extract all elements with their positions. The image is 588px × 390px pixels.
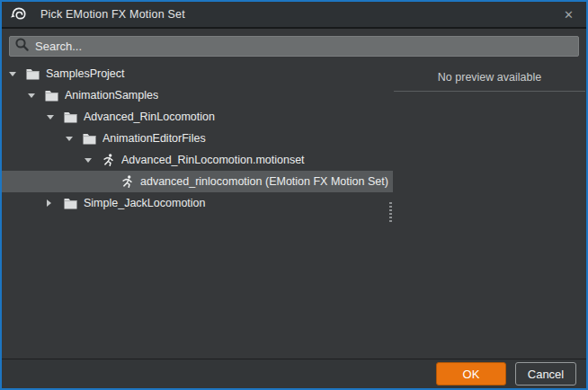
folder-icon bbox=[63, 196, 77, 210]
tree-item-label: SamplesProject bbox=[46, 67, 125, 80]
expand-arrow-icon[interactable] bbox=[47, 199, 63, 207]
dialog-content: SamplesProject AnimationSamples bbox=[2, 63, 586, 359]
folder-icon bbox=[44, 88, 58, 102]
search-row bbox=[2, 29, 586, 63]
expand-arrow-icon[interactable] bbox=[9, 72, 25, 76]
tree-item[interactable]: advanced_rinlocomotion (EMotion FX Motio… bbox=[2, 171, 393, 192]
ok-button[interactable]: OK bbox=[436, 362, 506, 386]
tree-item[interactable]: Simple_JackLocomotion bbox=[2, 192, 393, 214]
pick-motion-set-dialog: Pick EMotion FX Motion Set ✕ bbox=[0, 0, 588, 390]
tree-item[interactable]: AnimationSamples bbox=[2, 84, 393, 106]
tree-item[interactable]: AnimationEditorFiles bbox=[2, 128, 393, 149]
tree-item-label: advanced_rinlocomotion (EMotion FX Motio… bbox=[140, 175, 388, 188]
tree-item-label: AnimationEditorFiles bbox=[102, 132, 206, 145]
expand-arrow-icon[interactable] bbox=[28, 93, 44, 98]
folder-icon bbox=[82, 131, 96, 146]
tree-item-label: Advanced_RinLocomotion bbox=[84, 111, 215, 123]
preview-divider bbox=[394, 91, 585, 92]
folder-icon bbox=[25, 66, 40, 81]
no-preview-label: No preview available bbox=[394, 69, 585, 91]
tree-item-label: Simple_JackLocomotion bbox=[84, 197, 206, 209]
tree-item[interactable]: Advanced_RinLocomotion bbox=[2, 106, 393, 128]
expand-arrow-icon[interactable] bbox=[66, 137, 82, 141]
motion-set-icon bbox=[101, 153, 115, 167]
cancel-button[interactable]: Cancel bbox=[515, 362, 576, 386]
tree-item[interactable]: Advanced_RinLocomotion.motionset bbox=[2, 149, 393, 171]
motion-set-icon bbox=[120, 174, 134, 189]
search-input[interactable] bbox=[33, 38, 575, 56]
footer-bar: OK Cancel bbox=[2, 359, 586, 388]
search-icon bbox=[14, 37, 33, 56]
preview-panel: No preview available bbox=[393, 63, 586, 359]
search-box[interactable] bbox=[9, 36, 579, 57]
folder-icon bbox=[63, 110, 77, 124]
asset-tree: SamplesProject AnimationSamples bbox=[2, 63, 393, 359]
close-icon[interactable]: ✕ bbox=[560, 7, 577, 22]
expand-arrow-icon[interactable] bbox=[47, 115, 63, 120]
tree-item-label: Advanced_RinLocomotion.motionset bbox=[121, 154, 305, 166]
lumberyard-logo-icon bbox=[8, 4, 30, 25]
title-bar: Pick EMotion FX Motion Set ✕ bbox=[2, 2, 586, 29]
expand-arrow-icon[interactable] bbox=[85, 158, 101, 163]
dialog-title: Pick EMotion FX Motion Set bbox=[40, 8, 185, 21]
scrollbar-handle[interactable] bbox=[389, 202, 392, 223]
tree-item-label: AnimationSamples bbox=[65, 89, 158, 102]
tree-item[interactable]: SamplesProject bbox=[2, 63, 393, 84]
